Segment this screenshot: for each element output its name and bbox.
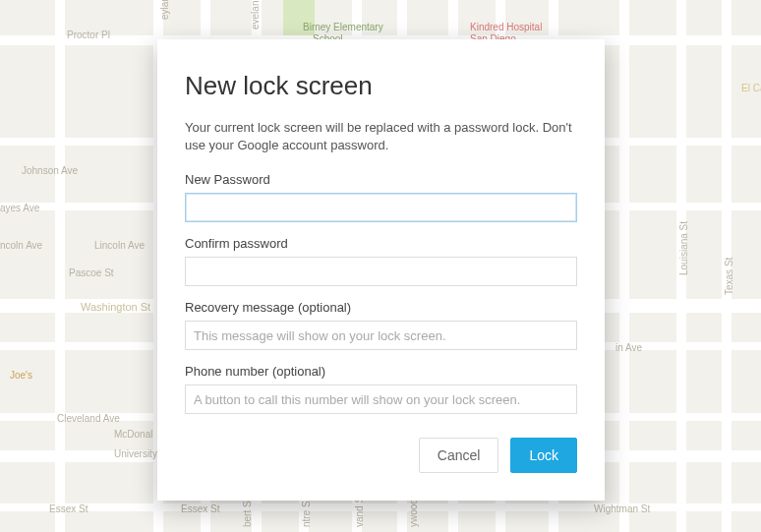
dialog-button-row: Cancel Lock [185,438,577,473]
phone-number-label: Phone number (optional) [185,364,577,379]
lock-button[interactable]: Lock [510,438,577,473]
map-label: Lincoln Ave [94,240,145,251]
map-poi-food: McDonal [114,429,152,440]
map-label: El Ca [741,83,761,93]
map-label: Cleveland Ave [57,413,120,424]
map-label: Louisiana St [678,221,689,275]
field-phone-number: Phone number (optional) [185,364,577,414]
map-label: University [114,448,157,459]
phone-number-input[interactable] [185,384,577,414]
map-label: Pascoe St [69,267,114,278]
map-road [55,0,65,532]
dialog-title: New lock screen [185,71,577,101]
cancel-button[interactable]: Cancel [419,438,499,473]
new-password-input[interactable] [185,193,577,222]
recovery-message-label: Recovery message (optional) [185,300,577,315]
map-label: Essex St [181,503,219,514]
dialog-description: Your current lock screen will be replace… [185,119,577,154]
map-road [619,0,629,532]
field-recovery-message: Recovery message (optional) [185,300,577,350]
map-label: Wightman St [594,503,650,514]
map-label: Texas St [724,258,734,295]
map-label: ntre St [301,499,312,527]
map-label: Washington St [81,301,150,313]
map-poi-school: Birney Elementary [303,22,383,32]
map-label: in Ave [615,342,642,353]
map-label: Proctor Pl [67,30,110,40]
map-label: ncoln Ave [0,240,42,251]
map-poi-hospital: Kindred Hospital [470,22,542,32]
new-lock-screen-dialog: New lock screen Your current lock screen… [157,39,605,501]
field-confirm-password: Confirm password [185,236,577,286]
map-poi-food: Joe's [10,370,32,381]
map-label: Essex St [49,503,88,514]
map-label: Johnson Ave [22,165,78,176]
confirm-password-input[interactable] [185,257,577,286]
map-label: eveland Ave [250,0,261,30]
map-label: ywood [408,499,419,527]
map-label: bert St [242,499,253,527]
new-password-label: New Password [185,172,577,187]
confirm-password-label: Confirm password [185,236,577,251]
map-label: ayes Ave [0,203,39,213]
field-new-password: New Password [185,172,577,222]
map-label: eyland St [159,0,170,20]
recovery-message-input[interactable] [185,321,577,350]
